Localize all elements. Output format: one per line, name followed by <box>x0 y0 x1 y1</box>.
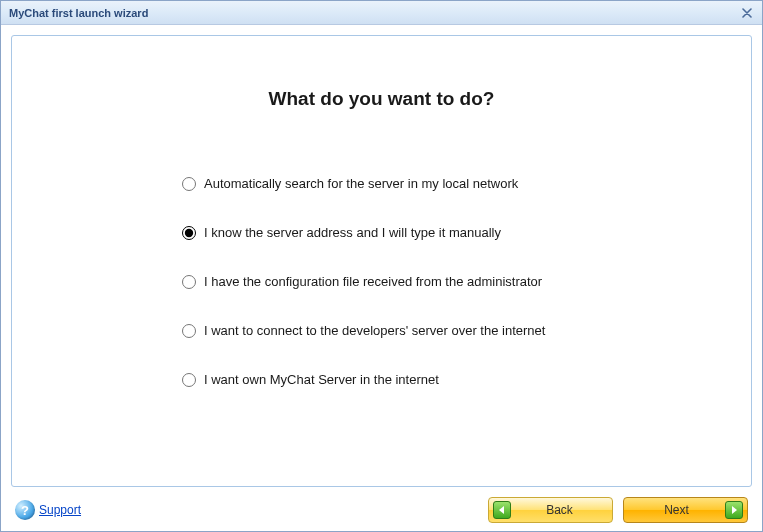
option-label: I want own MyChat Server in the internet <box>204 372 439 387</box>
support-link[interactable]: Support <box>39 503 81 517</box>
radio-config-file[interactable] <box>182 275 196 289</box>
option-auto-search[interactable]: Automatically search for the server in m… <box>182 176 545 191</box>
support-area: ? Support <box>15 500 81 520</box>
close-button[interactable] <box>738 4 756 22</box>
body-area: What do you want to do? Automatically se… <box>1 25 762 531</box>
option-label: I want to connect to the developers' ser… <box>204 323 545 338</box>
radio-own-server[interactable] <box>182 373 196 387</box>
radio-manual-address[interactable] <box>182 226 196 240</box>
wizard-window: MyChat first launch wizard What do you w… <box>0 0 763 532</box>
option-label: I know the server address and I will typ… <box>204 225 501 240</box>
back-button-label: Back <box>511 503 608 517</box>
close-icon <box>742 5 752 21</box>
titlebar: MyChat first launch wizard <box>1 1 762 25</box>
next-button-label: Next <box>628 503 725 517</box>
options-group: Automatically search for the server in m… <box>182 176 545 421</box>
radio-auto-search[interactable] <box>182 177 196 191</box>
help-icon: ? <box>15 500 35 520</box>
arrow-right-icon <box>725 501 743 519</box>
option-label: I have the configuration file received f… <box>204 274 542 289</box>
option-developers-server[interactable]: I want to connect to the developers' ser… <box>182 323 545 338</box>
next-button[interactable]: Next <box>623 497 748 523</box>
option-label: Automatically search for the server in m… <box>204 176 518 191</box>
page-title: What do you want to do? <box>12 88 751 110</box>
content-panel: What do you want to do? Automatically se… <box>11 35 752 487</box>
arrow-left-icon <box>493 501 511 519</box>
option-manual-address[interactable]: I know the server address and I will typ… <box>182 225 545 240</box>
window-title: MyChat first launch wizard <box>9 7 738 19</box>
radio-developers-server[interactable] <box>182 324 196 338</box>
option-config-file[interactable]: I have the configuration file received f… <box>182 274 545 289</box>
back-button[interactable]: Back <box>488 497 613 523</box>
option-own-server[interactable]: I want own MyChat Server in the internet <box>182 372 545 387</box>
footer: ? Support Back Next <box>11 487 752 527</box>
